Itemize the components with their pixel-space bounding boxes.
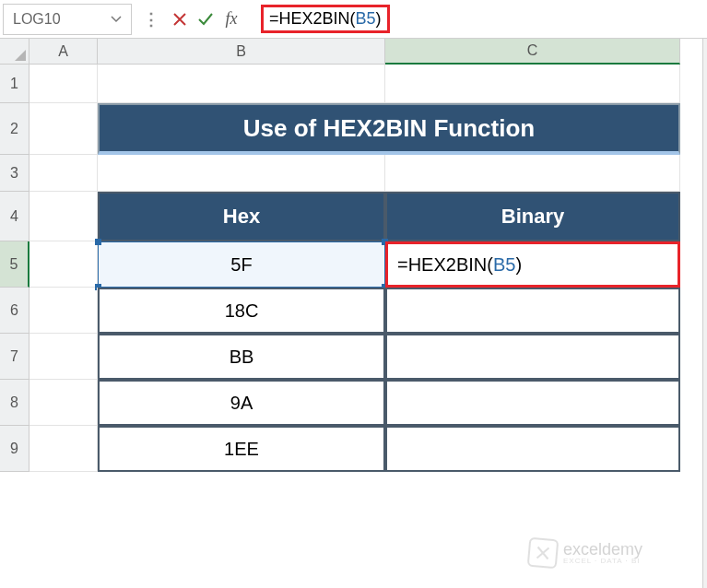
cell-a7[interactable] (29, 334, 98, 380)
name-box-value: LOG10 (13, 11, 61, 28)
active-formula: =HEX2BIN(B5) (397, 254, 522, 276)
row-header-7[interactable]: 7 (0, 334, 29, 380)
cell-b1[interactable] (98, 65, 385, 103)
cell-c3[interactable] (385, 155, 680, 192)
col-header-c[interactable]: C (385, 39, 680, 65)
formula-bar: LOG10 ⋮ fx =HEX2BIN(B5) (0, 0, 707, 39)
cell-a1[interactable] (29, 65, 98, 103)
cancel-icon[interactable] (167, 6, 193, 32)
row-header-5[interactable]: 5 (0, 241, 29, 288)
cell-a5[interactable] (29, 241, 98, 288)
cell-c6[interactable] (385, 288, 680, 334)
cell-a6[interactable] (29, 288, 98, 334)
cell-b6[interactable]: 18C (98, 288, 385, 334)
header-binary[interactable]: Binary (385, 192, 680, 241)
watermark: exceldemy EXCEL · DATA · BI (528, 538, 642, 568)
cell-a8[interactable] (29, 380, 98, 426)
cell-b8[interactable]: 9A (98, 380, 385, 426)
cell-c5-active[interactable]: =HEX2BIN(B5) (385, 241, 680, 288)
select-all-corner[interactable] (0, 39, 29, 65)
cell-c7[interactable] (385, 334, 680, 380)
cells-area: Use of HEX2BIN Function Hex Binary 5F (29, 65, 707, 472)
col-header-b[interactable]: B (98, 39, 385, 65)
row-header-4[interactable]: 4 (0, 192, 29, 241)
cell-b7[interactable]: BB (98, 334, 385, 380)
cell-a3[interactable] (29, 155, 98, 192)
row-headers: 1 2 3 4 5 6 7 8 9 (0, 65, 29, 472)
formula-content: =HEX2BIN(B5) (261, 5, 390, 33)
cell-a9[interactable] (29, 426, 98, 472)
row-header-8[interactable]: 8 (0, 380, 29, 426)
row-header-1[interactable]: 1 (0, 65, 29, 103)
cell-c8[interactable] (385, 380, 680, 426)
row-header-2[interactable]: 2 (0, 103, 29, 155)
chevron-down-icon[interactable] (111, 13, 122, 26)
cell-b9[interactable]: 1EE (98, 426, 385, 472)
right-edge (702, 39, 707, 588)
spreadsheet-grid: 1 2 3 4 5 6 7 8 9 A B C Use o (0, 39, 707, 472)
watermark-subtitle: EXCEL · DATA · BI (563, 558, 642, 565)
watermark-icon (527, 537, 560, 570)
name-box[interactable]: LOG10 (3, 4, 132, 35)
cell-b5[interactable]: 5F (98, 241, 385, 288)
cell-a2[interactable] (29, 103, 98, 155)
fx-icon[interactable]: fx (218, 6, 244, 32)
row-header-9[interactable]: 9 (0, 426, 29, 472)
watermark-title: exceldemy (563, 541, 642, 558)
enter-icon[interactable] (193, 6, 218, 32)
options-icon[interactable]: ⋮ (143, 9, 159, 29)
cell-c1[interactable] (385, 65, 680, 103)
formula-input[interactable]: =HEX2BIN(B5) (252, 4, 704, 35)
title-cell[interactable]: Use of HEX2BIN Function (98, 103, 680, 155)
column-headers: A B C (29, 39, 707, 65)
cell-b3[interactable] (98, 155, 385, 192)
cell-c9[interactable] (385, 426, 680, 472)
row-header-6[interactable]: 6 (0, 288, 29, 334)
col-header-a[interactable]: A (29, 39, 98, 65)
header-hex[interactable]: Hex (98, 192, 385, 241)
row-header-3[interactable]: 3 (0, 155, 29, 192)
cell-a4[interactable] (29, 192, 98, 241)
